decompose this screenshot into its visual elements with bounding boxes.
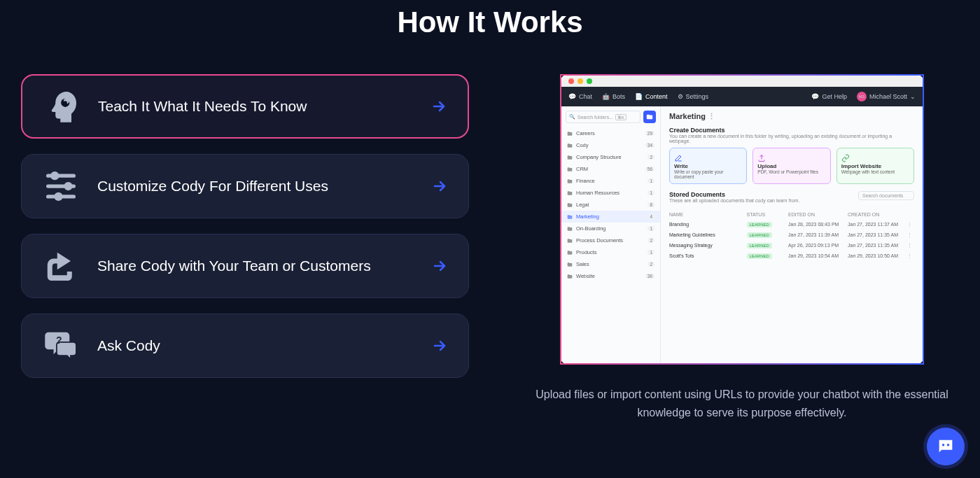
doc-status: LEARNED [747,243,789,248]
table-row[interactable]: Marketing GuidelinesLEARNEDJan 27, 2023 … [669,230,914,240]
folder-icon [567,274,573,279]
window-max-dot [587,78,592,84]
folder-item[interactable]: CRM56 [561,163,660,175]
search-documents-input[interactable]: Search documents [858,191,914,200]
card-sub: PDF, Word or Powerpoint files [757,169,825,174]
preview-window: 💬Chat 🤖Bots 📄Content ⚙Settings 💬Get Help… [560,74,924,365]
step-share[interactable]: Share Cody with Your Team or Customers [21,234,469,298]
folder-icon [567,226,573,232]
folder-item[interactable]: Cody34 [561,139,660,151]
folder-item[interactable]: Human Resources1 [561,187,660,199]
folder-name: Human Resources [576,190,644,196]
more-icon[interactable]: ⋮ [708,112,715,120]
nav-content[interactable]: 📄Content [635,93,668,100]
description: Upload files or import content using URL… [532,386,952,421]
nav-user[interactable]: MSMichael Scott⌄ [857,92,916,101]
svg-point-1 [64,101,67,104]
share-icon [41,246,80,286]
folder-icon [567,262,573,267]
folder-name: Careers [576,130,642,136]
folder-item[interactable]: Process Documents2 [561,234,660,246]
kbd-shortcut: ⌘K [615,114,626,120]
folder-count: 34 [645,143,654,148]
app-topbar: 💬Chat 🤖Bots 📄Content ⚙Settings 💬Get Help… [561,87,923,106]
link-icon [841,153,850,161]
doc-created: Jan 27, 2023 11:35 AM [848,242,907,248]
step-teach[interactable]: Teach It What It Needs To Know [21,74,469,139]
new-folder-button[interactable] [643,111,656,123]
col-status: STATUS [747,212,789,217]
steps-column: Teach It What It Needs To Know Customize… [21,60,469,421]
arrow-right-icon [431,98,448,115]
more-icon[interactable]: ⋮ [907,232,914,238]
svg-text:?: ? [56,335,62,346]
folder-item[interactable]: Sales2 [561,258,660,270]
step-title: Share Cody with Your Team or Customers [97,258,415,274]
folder-name: Process Documents [576,237,644,244]
more-icon[interactable]: ⋮ [907,222,914,227]
card-upload[interactable]: Upload PDF, Word or Powerpoint files [752,148,830,184]
col-edited: EDITED ON [788,212,848,217]
table-row[interactable]: Scott's TotsLEARNEDJan 29, 2023 10:54 AM… [669,251,914,261]
card-import[interactable]: Import Website Webpage with text content [836,148,914,184]
nav-label: Bots [612,93,625,100]
chat-fab[interactable] [927,428,965,465]
svg-point-13 [942,444,945,447]
folder-item[interactable]: Products1 [561,246,660,258]
nav-chat[interactable]: 💬Chat [568,93,592,100]
folder-icon [567,131,573,136]
card-sub: Write or copy paste your document [674,169,742,179]
nav-help[interactable]: 💬Get Help [811,93,847,100]
sidebar: 🔍 Search folders... ⌘K Careers29Cody34Co… [561,106,661,363]
nav-label: Chat [579,93,592,100]
window-min-dot [578,78,583,84]
folder-item[interactable]: Company Structure2 [561,151,660,163]
doc-table: NAME STATUS EDITED ON CREATED ON Brandin… [669,210,914,261]
doc-edited: Jan 28, 2023 08:43 PM [788,221,848,227]
create-cards: Write Write or copy paste your document … [669,148,914,184]
search-input[interactable]: 🔍 Search folders... ⌘K [566,111,640,123]
doc-edited: Jan 29, 2023 10:54 AM [788,253,848,259]
folder-name: Website [576,273,642,279]
folder-count: 4 [648,214,654,219]
step-ask[interactable]: ? Ask Cody [21,314,469,378]
doc-name: Marketing Guidelines [669,232,747,237]
nav-settings[interactable]: ⚙Settings [678,93,709,100]
folder-count: 1 [648,250,654,255]
main-content: Teach It What It Needs To Know Customize… [0,60,980,421]
card-title: Upload [757,163,825,169]
svg-point-4 [50,171,59,180]
more-icon[interactable]: ⋮ [907,253,914,259]
doc-edited: Apr 26, 2023 09:13 PM [788,242,848,248]
folder-name: Sales [576,261,644,267]
folder-item[interactable]: Finance1 [561,175,660,187]
chat-question-icon: ? [41,326,80,365]
stored-title: Stored Documents [669,191,858,198]
table-row[interactable]: Messaging StrategyLEARNEDApr 26, 2023 09… [669,240,914,251]
folder-item[interactable]: Marketing4 [561,211,660,223]
folder-item[interactable]: Website36 [561,270,660,282]
folder-count: 36 [645,274,654,279]
search-icon: 🔍 [569,114,575,120]
folder-count: 1 [648,190,654,195]
upload-icon [757,153,766,161]
bot-icon: 🤖 [602,93,610,100]
more-icon[interactable]: ⋮ [907,243,914,248]
nav-bots[interactable]: 🤖Bots [602,93,625,100]
nav-label: Get Help [822,93,847,100]
step-customize[interactable]: Customize Cody For Different Uses [21,154,469,218]
card-write[interactable]: Write Write or copy paste your document [669,148,747,184]
folder-item[interactable]: Legal8 [561,199,660,211]
folder-count: 1 [648,178,654,183]
folder-icon [567,178,573,184]
doc-created: Jan 27, 2023 11:35 AM [848,232,907,238]
folder-item[interactable]: On-Boarding1 [561,223,660,234]
create-sub: You can create a new document in this fo… [669,134,914,143]
content-area: Marketing ⋮ Create Documents You can cre… [661,106,923,363]
table-row[interactable]: BrandingLEARNEDJan 28, 2023 08:43 PMJan … [669,219,914,230]
folder-item[interactable]: Careers29 [561,127,660,139]
folder-list: Careers29Cody34Company Structure2CRM56Fi… [561,127,660,363]
step-title: Teach It What It Needs To Know [98,98,414,115]
step-title: Ask Cody [97,337,415,354]
arrow-right-icon [432,178,449,195]
